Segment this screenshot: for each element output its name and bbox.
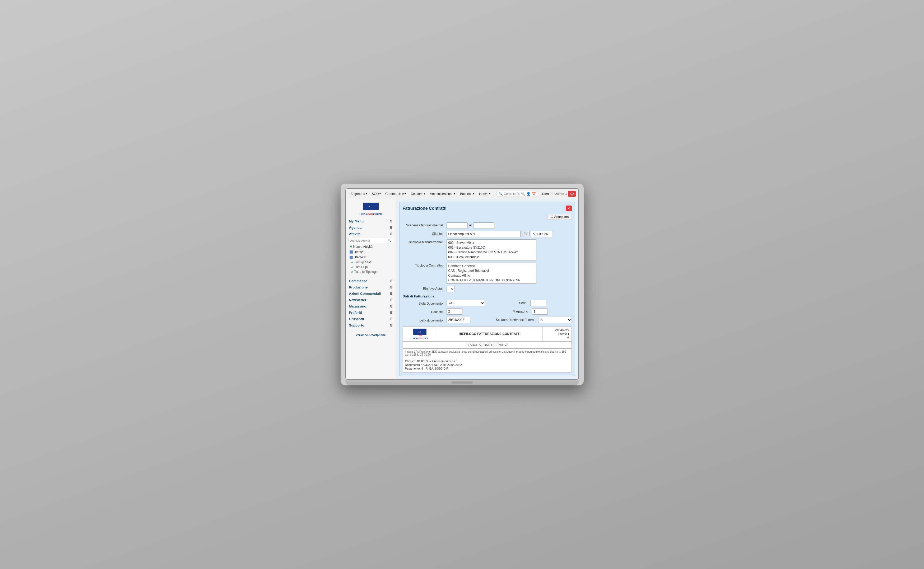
nav-item-sgq[interactable]: SGQ ▾: [370, 191, 383, 197]
plus-icon: ⊕: [390, 304, 393, 308]
tipologia-contratto-label: Tipologia Contratto:: [403, 263, 445, 267]
nav-item-gestione[interactable]: Gestione ▾: [408, 191, 427, 197]
dati-row-2: Causale Magazzino: [403, 308, 572, 315]
scadenza-al-input[interactable]: [473, 222, 494, 229]
plus-icon: ⊕: [390, 225, 393, 230]
cliente-input[interactable]: [446, 231, 521, 237]
al-label: al: [469, 222, 472, 227]
power-button[interactable]: ⏻: [568, 191, 576, 197]
magazzino-label: Magazzino: [488, 310, 530, 313]
list-item[interactable]: Contratto Affitto: [448, 273, 534, 278]
sidebar-item-magazzino[interactable]: Magazzino ⊕: [346, 303, 396, 309]
plus-icon: ⊕: [390, 291, 393, 295]
tipologia-manutenzione-row: Tipologia Manutenzione: 000 - Server Mix…: [403, 239, 572, 260]
plus-icon: ✚: [350, 245, 352, 249]
nav-item-commerciale[interactable]: Commerciale ▾: [384, 191, 408, 197]
preview-button[interactable]: 🖨 Anteprima: [547, 214, 572, 220]
activity-search-input[interactable]: [350, 239, 388, 242]
cliente-code-input[interactable]: [531, 231, 552, 237]
nav-item-innova[interactable]: Innova ▾: [477, 191, 493, 197]
sidebar-item-attivita[interactable]: Attività ⊖: [346, 231, 396, 237]
fatturazione-contratti-panel: Fatturazione Contratti ✕ 🖨 Anteprima: [399, 202, 575, 376]
preview-date-cell: 29/04/2022 Utente 1 🖨: [542, 327, 571, 341]
plus-icon: ⊕: [390, 298, 393, 302]
chevron-down-icon: ▾: [489, 192, 490, 195]
list-item[interactable]: 058 - Aziende Aggiuntive: [448, 259, 534, 260]
sidebar-all-states[interactable]: ⊕ Tutti gli Stati: [346, 260, 396, 265]
list-item[interactable]: Contratto Generico: [448, 264, 534, 268]
preview-table: LC LINEA LINEACOMPUTER RIEPILOGO FATTURA…: [403, 326, 572, 373]
list-item[interactable]: 002 - Camion Rimorchio IVECO STRALIS X-W…: [448, 250, 534, 255]
sidebar-new-activity[interactable]: ✚ Nuova Attività: [346, 244, 396, 250]
causale-input[interactable]: [446, 308, 463, 315]
expand-icon: ⊕: [351, 261, 353, 264]
search-icon: 🔍: [499, 192, 503, 196]
panel-close-button[interactable]: ✕: [566, 205, 572, 211]
plus-icon: ⊕: [390, 219, 393, 223]
chevron-down-icon: ▾: [473, 192, 474, 195]
plus-icon: ⊕: [390, 317, 393, 321]
list-item[interactable]: 001 - Escavatore SY215C: [448, 245, 534, 250]
causale-label: Causale: [403, 309, 445, 314]
sidebar-item-agenda[interactable]: Agenda ⊕: [346, 224, 396, 231]
list-item[interactable]: CAS - Registratori Telematici: [448, 268, 534, 273]
scadenza-dal-input[interactable]: [446, 222, 468, 229]
cliente-label: Cliente:: [403, 231, 445, 236]
checkbox-icon[interactable]: [350, 256, 353, 259]
list-item[interactable]: CONTRATTO PER MANUTENZIONE ORDINARIA: [448, 278, 534, 283]
sidebar-user1[interactable]: Utente 1: [346, 250, 396, 255]
sidebar-item-preferiti[interactable]: Preferiti ⊕: [346, 309, 396, 316]
checkbox-icon[interactable]: [350, 250, 353, 254]
top-navigation: Segreteria ▾ SGQ ▾ Commerciale ▾ Gestion…: [346, 189, 578, 199]
nav-item-bacheca[interactable]: Bacheca ▾: [458, 191, 476, 197]
scrittura-select[interactable]: SI: [538, 317, 572, 323]
data-documento-input[interactable]: [446, 317, 470, 323]
rinnovo-auto-row: Rinnovo Auto:: [403, 286, 572, 292]
scrittura-label: Scrittura Riferimenti Esterni: [494, 318, 537, 322]
list-item[interactable]: Contratto Testata Mais: [448, 283, 534, 284]
magazzino-input[interactable]: [532, 308, 548, 315]
sidebar-item-supporto[interactable]: Supporto ⊕: [346, 322, 396, 329]
scadenza-label: Scadenza fatturazione dal: [403, 222, 445, 227]
sidebar-item-newsletter[interactable]: Newsletter ⊕: [346, 297, 396, 303]
tipologia-manutenzione-label: Tipologia Manutenzione:: [403, 239, 445, 244]
cliente-search-button[interactable]: 🔍: [522, 231, 530, 236]
search-icon: 🔍: [388, 239, 391, 242]
global-search[interactable]: 🔍 🔍 👤 📅: [496, 191, 539, 197]
sidebar-item-cruscotti[interactable]: Cruscotti ⊕: [346, 316, 396, 322]
sidebar-all-types[interactable]: ⊕ Tutti i Tipi: [346, 265, 396, 269]
plus-icon: ⊕: [390, 279, 393, 283]
serie-input[interactable]: [530, 300, 546, 306]
expand-icon: ⊕: [351, 271, 353, 274]
svg-text:LINEA: LINEA: [418, 335, 422, 336]
activity-search[interactable]: 🔍: [349, 238, 393, 243]
sidebar-all-typologies[interactable]: ⊕ Tutte le Tipologie: [346, 269, 396, 274]
sigla-documento-select[interactable]: OC: [446, 300, 485, 306]
sidebar-item-commesse[interactable]: Commesse ⊕: [346, 278, 396, 284]
sidebar: LC LINEACOMPUTER My Menu ⊕ Agenda ⊕ Atti…: [346, 199, 396, 379]
chevron-down-icon: ▾: [405, 192, 406, 195]
sidebar-item-produzione[interactable]: Produzione ⊕: [346, 284, 396, 290]
print-icon[interactable]: 🖨: [566, 336, 569, 339]
panel-header: Fatturazione Contratti ✕: [403, 205, 572, 211]
sidebar-user2[interactable]: Utente 2: [346, 255, 396, 260]
sidebar-version-smartphone[interactable]: Versione Smartphone: [346, 332, 396, 338]
sidebar-item-azioni-commerciali[interactable]: Azioni Commerciali ⊕: [346, 290, 396, 297]
search-icon-right: 🔍: [521, 192, 525, 196]
nav-menu: Segreteria ▾ SGQ ▾ Commerciale ▾ Gestion…: [349, 191, 493, 197]
nav-item-segreteria[interactable]: Segreteria ▾: [349, 191, 369, 197]
rinnovo-auto-label: Rinnovo Auto:: [403, 286, 445, 291]
rinnovo-auto-select[interactable]: [446, 286, 454, 292]
list-item[interactable]: 000 - Server Mixer: [448, 240, 534, 245]
list-item[interactable]: 039 - iDesk Aziendale: [448, 255, 534, 259]
tipologia-manutenzione-listbox[interactable]: 000 - Server Mixer 001 - Escavatore SY21…: [446, 239, 536, 260]
sidebar-item-my-menu[interactable]: My Menu ⊕: [346, 218, 396, 224]
preview-footer-data: Cliente: 501.00036 - Lineacomputer s.r.l…: [403, 358, 571, 372]
search-input[interactable]: [504, 192, 520, 196]
svg-text:LC: LC: [369, 205, 372, 208]
nav-item-amministrazione[interactable]: Amministrazione ▾: [428, 191, 457, 197]
tipologia-contratto-listbox[interactable]: Contratto Generico CAS - Registratori Te…: [446, 263, 536, 284]
tipologia-contratto-row: Tipologia Contratto: Contratto Generico …: [403, 263, 572, 284]
app-logo: LC LINEACOMPUTER: [349, 202, 393, 216]
plus-icon: ⊕: [390, 310, 393, 315]
